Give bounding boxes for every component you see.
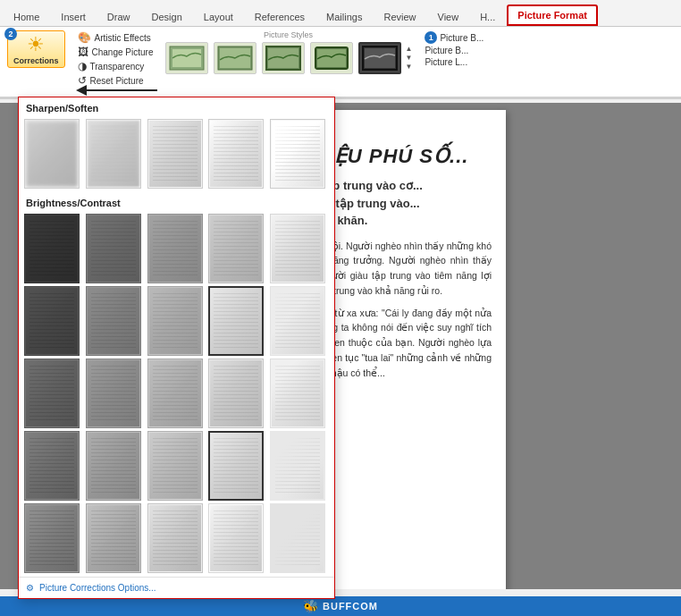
bc-thumb-20[interactable]	[24, 503, 80, 573]
bc-thumb-0[interactable]	[24, 214, 80, 283]
tab-insert[interactable]: Insert	[51, 7, 96, 26]
artistic-icon: 🎨	[78, 31, 91, 44]
bc-thumb-23[interactable]	[208, 503, 264, 573]
tab-picture-format[interactable]: Picture Format	[507, 4, 598, 26]
status-bar: 🐝 BUFFCOM	[0, 596, 681, 616]
transparency-button[interactable]: ◑ Transparency	[74, 59, 157, 73]
tab-view[interactable]: View	[428, 7, 469, 26]
sharpen-thumb-1[interactable]	[24, 119, 80, 189]
bee-icon: 🐝	[303, 599, 319, 613]
sharpen-thumb-5[interactable]	[270, 119, 325, 189]
tab-home[interactable]: Home	[4, 7, 49, 26]
bc-thumb-16[interactable]	[86, 431, 141, 501]
bc-thumb-6[interactable]	[86, 286, 141, 356]
buffcom-logo: 🐝 BUFFCOM	[303, 599, 378, 613]
right-panel: 1 Picture B... Picture B... Picture L...	[425, 30, 483, 68]
svg-rect-9	[365, 48, 395, 68]
picture-styles-label: Picture Styles	[164, 30, 412, 39]
tab-design[interactable]: Design	[142, 7, 192, 26]
styles-scroll-mid[interactable]: ▼	[405, 54, 412, 63]
bc-thumb-3[interactable]	[208, 214, 264, 283]
bc-thumb-18[interactable]	[208, 431, 264, 501]
tab-mailings[interactable]: Mailings	[316, 7, 372, 26]
tab-draw[interactable]: Draw	[97, 7, 140, 26]
corrections-dropdown: Sharpen/Soften Brightness/Contrast	[18, 97, 335, 599]
bc-thumb-11[interactable]	[86, 359, 141, 428]
style-thumb-1[interactable]	[165, 42, 208, 74]
corrections-button[interactable]: 2 ☀ Corrections	[7, 30, 65, 68]
bc-thumb-19[interactable]	[270, 431, 325, 501]
artistic-effects-button[interactable]: 🎨 Artistic Effects	[74, 30, 157, 45]
sharpen-thumb-4[interactable]	[208, 119, 264, 189]
styles-scroll-down[interactable]: ▼	[405, 63, 412, 72]
bc-thumb-17[interactable]	[147, 431, 203, 501]
change-pic-icon: 🖼	[78, 46, 88, 58]
transparency-icon: ◑	[78, 60, 87, 72]
brightness-contrast-title: Brightness/Contrast	[19, 192, 334, 210]
style-thumb-5[interactable]	[358, 42, 401, 74]
bc-thumb-13[interactable]	[208, 359, 264, 428]
bc-thumb-21[interactable]	[86, 503, 141, 573]
sharpen-grid	[19, 115, 334, 192]
options-link-label: Picture Corrections Options...	[39, 583, 156, 593]
bc-thumb-1[interactable]	[86, 214, 141, 283]
badge-1: 1	[425, 31, 437, 44]
sharpen-soften-title: Sharpen/Soften	[19, 97, 334, 115]
change-picture-button[interactable]: 🖼 Change Picture	[74, 45, 157, 59]
tab-review[interactable]: Review	[374, 7, 425, 26]
badge-2: 2	[4, 28, 17, 40]
svg-rect-1	[172, 49, 201, 67]
bc-thumb-4[interactable]	[270, 214, 325, 283]
styles-scroll-up[interactable]: ▲	[405, 45, 412, 54]
style-thumb-4[interactable]	[310, 42, 353, 74]
sharpen-thumb-2[interactable]	[86, 119, 141, 189]
bc-thumb-10[interactable]	[24, 359, 80, 428]
svg-rect-7	[317, 49, 346, 67]
bc-thumb-15[interactable]	[24, 431, 80, 501]
bc-thumb-22[interactable]	[147, 503, 203, 573]
bc-thumb-5[interactable]	[24, 286, 80, 356]
bc-thumb-7[interactable]	[147, 286, 203, 356]
tab-layout[interactable]: Layout	[194, 7, 243, 26]
buffcom-text: BUFFCOM	[323, 601, 378, 612]
bc-thumb-24[interactable]	[270, 503, 325, 573]
corrections-label: Corrections	[13, 56, 59, 65]
bc-thumb-12[interactable]	[147, 359, 203, 428]
sun-icon: ☀	[27, 33, 45, 56]
tab-h[interactable]: H...	[470, 7, 505, 26]
style-thumb-2[interactable]	[214, 42, 256, 74]
bc-thumb-2[interactable]	[147, 214, 203, 283]
brightness-grid	[19, 210, 334, 577]
options-icon: ⚙	[26, 583, 34, 593]
bc-thumb-14[interactable]	[270, 359, 325, 428]
sharpen-thumb-3[interactable]	[147, 119, 203, 189]
bc-thumb-8[interactable]	[208, 286, 264, 356]
bc-thumb-9[interactable]	[270, 286, 325, 356]
style-thumb-3[interactable]	[262, 42, 305, 74]
tab-references[interactable]: References	[245, 7, 315, 26]
picture-corrections-options-link[interactable]: ⚙ Picture Corrections Options...	[19, 577, 334, 598]
